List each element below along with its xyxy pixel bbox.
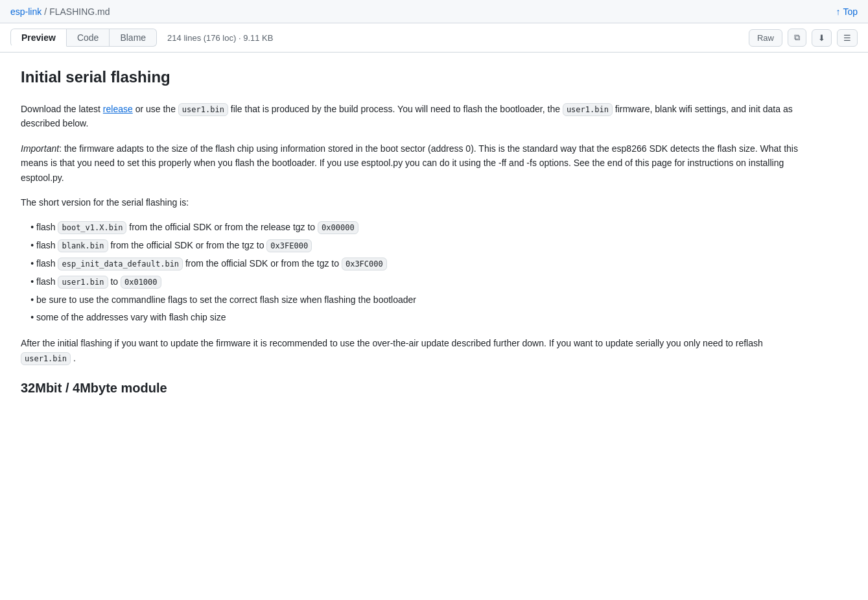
li4-code1: user1.bin <box>58 276 108 289</box>
raw-button[interactable]: Raw <box>749 29 782 47</box>
copy-icon: ⧉ <box>794 32 800 43</box>
page-title: Initial serial flashing <box>21 68 809 91</box>
tab-preview[interactable]: Preview <box>10 29 67 47</box>
top-link[interactable]: ↑ Top <box>836 6 858 17</box>
li1-mid: from the official SDK or from the releas… <box>126 222 318 232</box>
para1-mid: or use the <box>133 104 178 114</box>
li3-prefix: flash <box>36 258 58 269</box>
li6-text: some of the addresses vary with flash ch… <box>36 312 226 322</box>
li2-mid: from the official SDK or from the tgz to <box>108 240 267 250</box>
para2-text: : the firmware adapts to the size of the… <box>21 143 798 183</box>
main-content: Initial serial flashing Download the lat… <box>0 53 830 427</box>
tab-code[interactable]: Code <box>67 29 110 47</box>
list-item: flash blank.bin from the official SDK or… <box>36 238 809 254</box>
paragraph-4: After the initial flashing if you want t… <box>21 336 809 365</box>
li2-code2: 0x3FE000 <box>266 239 312 252</box>
li2-code1: blank.bin <box>58 239 108 252</box>
top-arrow-icon: ↑ <box>836 6 840 17</box>
li2-prefix: flash <box>36 240 58 250</box>
tab-group: Preview Code Blame <box>10 29 157 47</box>
para4-suffix: . <box>71 353 76 363</box>
list-item: be sure to use the commandline flags to … <box>36 293 809 308</box>
file-info: 214 lines (176 loc) · 9.11 KB <box>167 33 273 43</box>
top-bar: esp-link / FLASHING.md ↑ Top <box>0 0 868 23</box>
li3-code2: 0x3FC000 <box>342 258 387 270</box>
li4-code2: 0x01000 <box>121 276 161 289</box>
toolbar-left: Preview Code Blame 214 lines (176 loc) ·… <box>10 29 273 47</box>
li5-text: be sure to use the commandline flags to … <box>36 294 416 305</box>
para1-suffix: file that is produced by the build proce… <box>228 104 563 114</box>
paragraph-2: Important: the firmware adapts to the si… <box>21 141 809 185</box>
paragraph-1: Download the latest release or use the u… <box>21 102 809 131</box>
li4-mid: to <box>108 276 121 287</box>
para4-prefix: After the initial flashing if you want t… <box>21 338 763 348</box>
breadcrumb: esp-link / FLASHING.md <box>10 6 110 17</box>
list-icon: ☰ <box>843 33 851 43</box>
breadcrumb-separator: / <box>44 6 47 17</box>
breadcrumb-file: FLASHING.md <box>49 6 110 17</box>
download-button[interactable]: ⬇ <box>812 29 832 47</box>
li4-prefix: flash <box>36 276 58 287</box>
download-icon: ⬇ <box>818 33 825 43</box>
list-item: flash boot_v1.X.bin from the official SD… <box>36 220 809 235</box>
list-item: some of the addresses vary with flash ch… <box>36 310 809 326</box>
para2-em: Important <box>21 143 59 154</box>
breadcrumb-repo[interactable]: esp-link <box>10 6 41 17</box>
section-title-32mbit: 32Mbit / 4Mbyte module <box>21 381 809 401</box>
para1-code2: user1.bin <box>563 103 613 116</box>
para1-prefix: Download the latest <box>21 104 103 114</box>
li1-code1: boot_v1.X.bin <box>58 221 126 234</box>
para1-code1: user1.bin <box>178 103 228 116</box>
flash-list: flash boot_v1.X.bin from the official SD… <box>21 220 809 326</box>
top-label: Top <box>843 6 858 17</box>
li3-code1: esp_init_data_default.bin <box>58 258 183 270</box>
toolbar: Preview Code Blame 214 lines (176 loc) ·… <box>0 23 868 53</box>
para4-code: user1.bin <box>21 352 71 365</box>
list-item: flash esp_init_data_default.bin from the… <box>36 256 809 272</box>
li1-code2: 0x00000 <box>318 221 358 234</box>
copy-button[interactable]: ⧉ <box>788 29 806 47</box>
li3-mid: from the official SDK or from the tgz to <box>183 258 342 269</box>
paragraph-3: The short version for the serial flashin… <box>21 195 809 210</box>
tab-blame[interactable]: Blame <box>110 29 157 47</box>
toc-button[interactable]: ☰ <box>837 29 858 47</box>
toolbar-right: Raw ⧉ ⬇ ☰ <box>749 29 858 47</box>
release-link[interactable]: release <box>103 104 133 114</box>
list-item: flash user1.bin to 0x01000 <box>36 274 809 290</box>
li1-prefix: flash <box>36 222 58 232</box>
